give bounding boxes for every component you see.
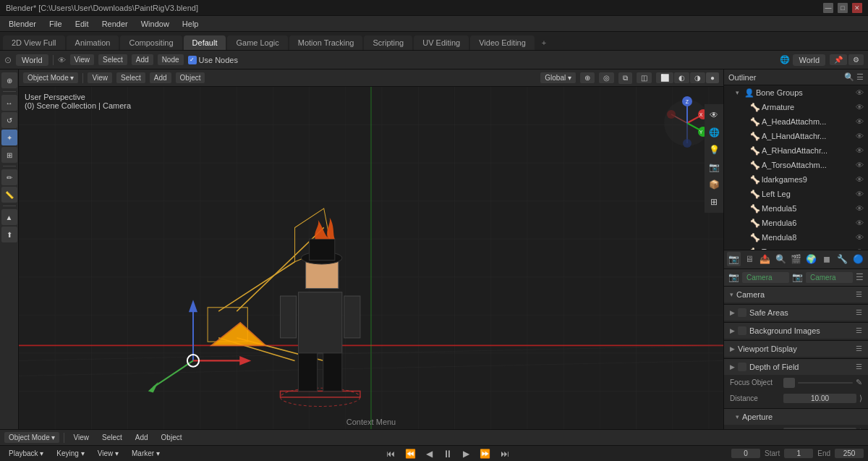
tool-measure[interactable]: 📏: [1, 187, 17, 203]
tl-jump-end[interactable]: ⏭: [498, 449, 512, 459]
tl-end-frame[interactable]: 250: [835, 449, 864, 458]
headattach-vis[interactable]: 👁: [854, 117, 865, 126]
vp-view-menu[interactable]: View: [88, 72, 112, 83]
tool-scale[interactable]: ✦: [1, 130, 17, 145]
props-tab-view[interactable]: 🔍: [773, 252, 787, 266]
outliner-item-headattach[interactable]: 🦴 A_HeadAttachm... 👁: [724, 114, 868, 129]
bg-images-checkbox[interactable]: [738, 326, 746, 335]
bt-add[interactable]: Add: [131, 432, 153, 443]
tool-rotate[interactable]: ↺: [1, 112, 17, 128]
tl-playback[interactable]: Playback ▾: [4, 448, 48, 459]
viewport[interactable]: Object Mode ▾ View Select Add Object Glo…: [19, 69, 723, 429]
tab-default[interactable]: Default: [184, 35, 226, 50]
maximize-button[interactable]: □: [838, 3, 848, 13]
props-tab-camera[interactable]: 📷: [727, 252, 741, 266]
outliner-item-ldarkgames9[interactable]: 🦴 ldarkgames9 👁: [724, 172, 868, 187]
dof-title[interactable]: ▶ Depth of Field ☰: [724, 359, 868, 375]
outliner-filter-icon[interactable]: ☰: [856, 72, 864, 82]
focus-obj-color[interactable]: [783, 378, 795, 388]
vp-xray-btn[interactable]: ◫: [637, 72, 652, 83]
fstop-expand[interactable]: ⟩: [859, 428, 862, 429]
props-tab-render[interactable]: 🖥: [742, 252, 756, 266]
tool-annotate[interactable]: ✏: [1, 169, 17, 185]
tab-compositing[interactable]: Compositing: [120, 35, 182, 50]
tl-jump-start[interactable]: ⏮: [383, 449, 398, 459]
header-node[interactable]: Node: [158, 54, 184, 65]
armature-vis[interactable]: 👁: [854, 103, 865, 111]
vp-snap-btn[interactable]: ⊕: [580, 72, 595, 83]
vp-object-menu[interactable]: Object: [176, 72, 205, 83]
shade-solid[interactable]: ◐: [674, 72, 689, 83]
props-more-options[interactable]: ☰: [856, 272, 864, 282]
mendula8-vis[interactable]: 👁: [854, 233, 865, 242]
tool-transform[interactable]: ⊞: [1, 147, 17, 163]
props-tab-material[interactable]: 🔵: [851, 252, 865, 266]
props-tab-world[interactable]: 🌍: [804, 252, 818, 266]
tool-extrude[interactable]: ⬆: [1, 227, 17, 242]
tab-motion[interactable]: Motion Tracking: [289, 35, 363, 50]
safe-areas-checkbox[interactable]: [738, 308, 746, 317]
vp-tool-box[interactable]: 📦: [706, 177, 722, 193]
menu-render[interactable]: Render: [96, 18, 134, 30]
tl-next-keyframe[interactable]: ⏩: [477, 449, 493, 459]
tool-move[interactable]: ↔: [1, 95, 17, 111]
vp-mode-selector[interactable]: Object Mode ▾: [23, 72, 78, 83]
camera-section-menu[interactable]: ☰: [856, 290, 862, 298]
aperture-title[interactable]: ▾ Aperture: [724, 409, 868, 425]
dof-menu[interactable]: ☰: [856, 363, 862, 371]
props-tab-output[interactable]: 📤: [758, 252, 772, 266]
header-pin-btn[interactable]: 📌: [830, 54, 847, 65]
distance-expand[interactable]: ⟩: [859, 394, 862, 403]
camera-section-title[interactable]: ▾ Camera ☰: [724, 287, 868, 303]
tl-current-frame[interactable]: 0: [731, 449, 760, 458]
world-dropdown[interactable]: World: [16, 54, 48, 66]
tl-marker[interactable]: Marker ▾: [127, 448, 164, 459]
mendula6-vis[interactable]: 👁: [854, 219, 865, 227]
tab-2dviewfull[interactable]: 2D View Full: [3, 35, 65, 50]
props-tab-scene[interactable]: 🎬: [789, 252, 803, 266]
menu-file[interactable]: File: [43, 18, 68, 30]
tl-stop[interactable]: ⏸: [440, 448, 456, 460]
bg-images-title[interactable]: ▶ Background Images ☰: [724, 323, 868, 339]
tab-gamelogy[interactable]: Game Logic: [227, 35, 287, 50]
outliner-item-rhandattach[interactable]: 🦴 A_RHandAttachr... 👁: [724, 143, 868, 158]
vp-select-menu[interactable]: Select: [116, 72, 145, 83]
tab-animation[interactable]: Animation: [67, 35, 119, 50]
outliner-item-lhandattach[interactable]: 🦴 A_LHandAttachr... 👁: [724, 129, 868, 143]
camera-data-dropdown[interactable]: Camera: [806, 272, 853, 283]
vp-display-menu[interactable]: ☰: [856, 344, 862, 352]
bt-object[interactable]: Object: [157, 432, 187, 443]
safe-areas-menu[interactable]: ☰: [856, 308, 862, 316]
header-settings-btn[interactable]: ⚙: [848, 54, 864, 65]
tl-play-reverse[interactable]: ◀: [423, 449, 435, 459]
outliner-item-mendula8[interactable]: 🦴 Mendula8 👁: [724, 230, 868, 245]
focus-obj-picker[interactable]: ✎: [856, 378, 862, 387]
distance-input[interactable]: 10.00: [783, 394, 856, 403]
vp-overlay-btn[interactable]: ⧉: [618, 72, 632, 84]
world-name[interactable]: World: [793, 54, 825, 66]
menu-blender[interactable]: Blender: [3, 18, 42, 30]
vp-proportional-btn[interactable]: ◎: [599, 72, 614, 83]
menu-help[interactable]: Help: [176, 18, 205, 30]
viewport-canvas[interactable]: X Y Z 👁 🌐 💡 📷: [19, 87, 723, 429]
outliner-item-mendula6[interactable]: 🦴 Mendula6 👁: [724, 216, 868, 230]
menu-window[interactable]: Window: [135, 18, 175, 30]
dof-checkbox[interactable]: [738, 363, 746, 371]
use-nodes-checkbox[interactable]: ✓: [188, 56, 197, 64]
tl-view[interactable]: View ▾: [93, 448, 123, 459]
leftleg-vis[interactable]: 👁: [854, 190, 865, 198]
minimize-button[interactable]: —: [823, 3, 833, 13]
tab-scripting[interactable]: Scripting: [364, 35, 412, 50]
outliner-item-mendula5[interactable]: 🦴 Mendula5 👁: [724, 201, 868, 216]
viewport-display-title[interactable]: ▶ Viewport Display ☰: [724, 341, 868, 357]
vp-add-menu[interactable]: Add: [150, 72, 171, 83]
vp-tool-eye[interactable]: 👁: [706, 107, 722, 123]
tl-prev-keyframe[interactable]: ⏪: [402, 449, 419, 459]
tab-uvediting[interactable]: UV Editing: [414, 35, 469, 50]
vp-tool-camera[interactable]: 📷: [706, 159, 722, 175]
shade-wireframe[interactable]: ⬜: [656, 72, 673, 83]
tl-start-frame[interactable]: 1: [784, 449, 813, 458]
props-tab-modifier[interactable]: 🔧: [835, 252, 849, 266]
tool-add-cube[interactable]: ▲: [1, 209, 17, 225]
header-view[interactable]: View: [70, 54, 95, 65]
